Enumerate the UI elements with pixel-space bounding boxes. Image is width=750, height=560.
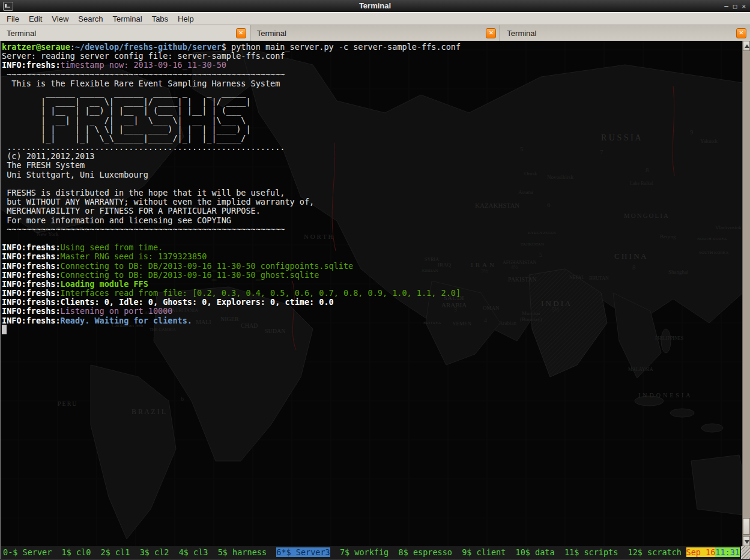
window-title: Terminal [0, 0, 750, 12]
scroll-up-icon[interactable] [743, 41, 750, 51]
svg-text:PAKISTAN: PAKISTAN [508, 276, 537, 283]
svg-text:BHUTAN: BHUTAN [589, 275, 609, 281]
statusbar-windows: 0-$ Server 1$ cl0 2$ cl1 3$ cl2 4$ cl3 5… [1, 546, 686, 559]
maximize-icon[interactable]: □ [733, 2, 737, 10]
terminal-window: Terminal – □ ✕ FileEditViewSearchTermina… [0, 0, 750, 560]
menu-edit[interactable]: Edit [24, 13, 47, 25]
menu-terminal[interactable]: Terminal [108, 13, 147, 25]
svg-text:C H I N A: C H I N A [614, 251, 647, 260]
screen-window-4[interactable]: 4$ cl3 [179, 547, 208, 557]
terminal-line: kratzer@seraue:~/develop/freshs-github/s… [2, 43, 461, 52]
svg-text:MONGOLIA: MONGOLIA [624, 212, 670, 219]
terminal-line: MERCHANTABILITY or FITNESS FOR A PARTICU… [2, 206, 461, 215]
menu-tabs[interactable]: Tabs [147, 13, 173, 25]
svg-text:Astana: Astana [518, 189, 533, 195]
tab-close-icon[interactable]: ✕ [736, 28, 746, 38]
scrollbar-thumb[interactable] [743, 518, 750, 535]
svg-text:Mumbai: Mumbai [522, 310, 540, 316]
tab-close-icon[interactable]: ✕ [236, 28, 246, 38]
tab-close-icon[interactable]: ✕ [486, 28, 496, 38]
terminal-line: ______ _____ ______ _____ _ _ _____ [2, 88, 461, 97]
screen-window-2[interactable]: 2$ cl1 [101, 547, 130, 557]
svg-text:3½: 3½ [481, 268, 488, 274]
svg-text:PHILIPPINES: PHILIPPINES [655, 336, 683, 341]
svg-text:SOUTH KOREA: SOUTH KOREA [699, 250, 728, 255]
svg-text:AFGHANISTAN: AFGHANISTAN [503, 260, 536, 265]
svg-text:5½: 5½ [552, 306, 560, 313]
menu-bar: FileEditViewSearchTerminalTabsHelp [0, 12, 750, 25]
terminal-line [2, 234, 461, 243]
svg-text:MALAYSIA: MALAYSIA [628, 367, 653, 372]
screen-window-7[interactable]: 7$ workfig [340, 547, 389, 557]
terminal-line: | ____| __ \| ____|/ ____| | | |/ ____| [2, 97, 461, 106]
svg-text:Omsk: Omsk [524, 170, 537, 176]
svg-text:9: 9 [690, 128, 694, 136]
terminal-line: This is the Flexible Rare Event Sampling… [2, 79, 461, 88]
terminal-line: INFO:freshs:Clients: 0, Idle: 0, Ghosts:… [2, 298, 461, 307]
status-time: 11:31 [715, 547, 740, 557]
svg-text:Yakutsk: Yakutsk [700, 138, 718, 144]
screen-window-10[interactable]: 10$ data [516, 547, 555, 557]
status-date: Sep 16 [686, 547, 716, 557]
svg-text:B R A Z I L: B R A Z I L [132, 408, 166, 416]
terminal-line: Uni Stuttgart, Uni Luxembourg [2, 170, 461, 179]
screen-window-5[interactable]: 5$ harness [218, 547, 267, 557]
tab-terminal-1[interactable]: Terminal✕ [0, 25, 250, 41]
screen-window-0[interactable]: 0-$ Server [3, 547, 52, 557]
terminal-line: (c) 2011,2012,2013 [2, 152, 461, 161]
terminal-line: but WITHOUT ANY WARRANTY; without even t… [2, 197, 461, 206]
title-bar[interactable]: Terminal – □ ✕ [0, 0, 750, 12]
screen-window-11[interactable]: 11$ scripts [564, 547, 618, 557]
svg-text:Beijing: Beijing [660, 233, 676, 239]
svg-text:5: 5 [539, 251, 542, 258]
svg-text:TAJIKISTAN: TAJIKISTAN [521, 242, 544, 247]
screen-window-12[interactable]: 12$ scratch [628, 547, 682, 557]
menu-help[interactable]: Help [173, 13, 199, 25]
terminal-line: INFO:freshs:Ready. Waiting for clients. [2, 316, 461, 325]
minimize-icon[interactable]: – [724, 2, 728, 10]
tab-terminal-2[interactable]: Terminal✕ [250, 25, 501, 41]
screen-status-bar: 0-$ Server 1$ cl0 2$ cl1 3$ cl2 4$ cl3 5… [1, 546, 742, 559]
svg-text:Arabian: Arabian [499, 320, 516, 326]
close-icon[interactable]: ✕ [742, 2, 746, 10]
terminal-app-icon [3, 2, 13, 11]
menu-view[interactable]: View [47, 13, 73, 25]
screen-window-8[interactable]: 8$ espresso [399, 547, 452, 557]
svg-text:4½: 4½ [511, 264, 518, 270]
terminal-line: For more information and licensing see C… [2, 216, 461, 225]
svg-text:NEPAL: NEPAL [569, 275, 584, 280]
svg-text:PERU: PERU [58, 400, 78, 407]
resize-grip-icon[interactable] [741, 546, 750, 559]
svg-text:Shanghai: Shanghai [668, 269, 689, 275]
terminal-line: | | | | \ \| |____ ____) | | | |____) | [2, 125, 461, 134]
screen-window-9[interactable]: 9$ client [462, 547, 506, 557]
terminal-line: INFO:freshs:Interfaces read from file: [… [2, 289, 461, 298]
menu-search[interactable]: Search [73, 13, 107, 25]
scrollbar[interactable] [742, 41, 750, 546]
terminal-viewport[interactable]: R U S S I AMONGOLIAC H I N AKAZAKHSTANKY… [0, 41, 750, 560]
scroll-down-icon[interactable] [743, 536, 750, 546]
terminal-line: FRESHS is distributed in the hope that i… [2, 188, 461, 197]
screen-window-6[interactable]: 6*$ Server3 [276, 547, 330, 557]
terminal-line: INFO:freshs:timestamp now: 2013-09-16_11… [2, 61, 461, 70]
svg-text:(Bombay): (Bombay) [520, 316, 542, 322]
terminal-line: INFO:freshs:Connecting to DB: DB/2013-09… [2, 262, 461, 271]
svg-text:4: 4 [484, 317, 487, 324]
terminal-line: INFO:freshs:Master RNG seed is: 13793238… [2, 252, 461, 261]
menu-file[interactable]: File [2, 13, 24, 25]
tab-label: Terminal [507, 29, 736, 38]
svg-text:OMAN: OMAN [483, 305, 500, 311]
terminal-line: Server: reading server config file: serv… [2, 52, 461, 61]
svg-text:Novosibirsk: Novosibirsk [547, 174, 574, 180]
tab-terminal-3[interactable]: Terminal✕ [500, 25, 750, 41]
svg-text:R U S S I A: R U S S I A [601, 133, 641, 142]
tab-label: Terminal [7, 29, 236, 38]
screen-window-1[interactable]: 1$ cl0 [62, 547, 91, 557]
terminal-line [2, 179, 461, 188]
svg-text:Lake Baikal: Lake Baikal [630, 181, 654, 186]
terminal-line: | __| | _ /| __| \___ \| __ |\___ \ [2, 116, 461, 125]
tab-label: Terminal [257, 29, 486, 38]
screen-window-3[interactable]: 3$ cl2 [140, 547, 169, 557]
terminal-line: INFO:freshs:Loading module FFS [2, 280, 461, 289]
terminal-line: ~~~~~~~~~~~~~~~~~~~~~~~~~~~~~~~~~~~~~~~~… [2, 70, 461, 79]
